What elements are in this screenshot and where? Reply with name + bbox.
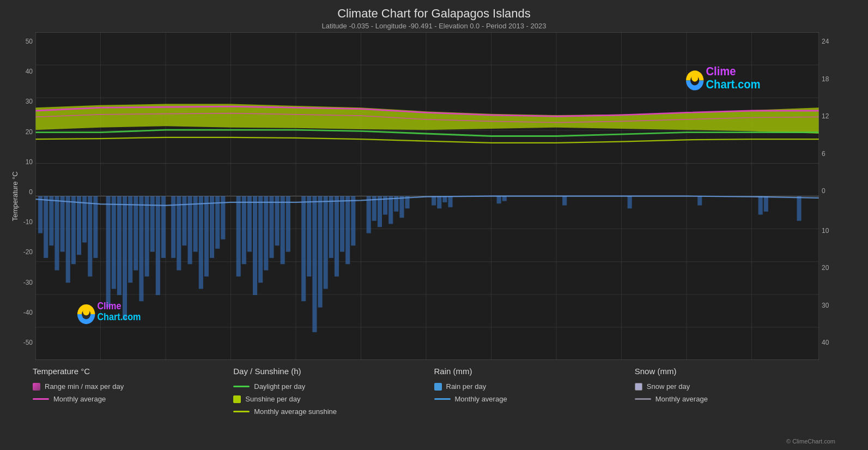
legend-col-sunshine: Day / Sunshine (h) Daylight per day Suns… [233, 367, 434, 445]
svg-rect-89 [502, 196, 507, 201]
svg-rect-92 [697, 196, 702, 206]
svg-rect-51 [199, 196, 203, 289]
svg-text:Clime: Clime [97, 300, 121, 311]
chart-subtitle: Latitude -0.035 - Longitude -90.491 - El… [0, 22, 868, 30]
svg-rect-39 [128, 196, 132, 283]
legend-label-snow-bar: Snow per day [647, 382, 690, 391]
legend-bar-sunshine [233, 395, 241, 403]
svg-rect-94 [764, 196, 768, 212]
legend-label-daylight: Daylight per day [254, 382, 305, 391]
legend-item-monthly-avg-sunshine: Monthly average sunshine [233, 407, 434, 416]
legend-line-monthly-avg-snow [635, 398, 651, 400]
y-tick-30: 30 [5, 98, 33, 105]
svg-rect-49 [187, 196, 192, 265]
svg-rect-82 [399, 196, 404, 218]
legend-title-temperature: Temperature °C [33, 367, 233, 376]
legend-title-rain: Rain (mm) [434, 367, 635, 376]
svg-rect-38 [123, 196, 127, 320]
svg-rect-95 [797, 196, 801, 221]
svg-rect-73 [340, 196, 344, 252]
legend-label-monthly-avg-rain: Monthly average [455, 395, 507, 403]
chart-header: Climate Chart for Galapagos Islands Lati… [0, 0, 868, 32]
legend-label-monthly-avg-snow: Monthly average [655, 395, 708, 403]
legend-item-sunshine-bar: Sunshine per day [233, 395, 434, 403]
svg-rect-75 [351, 196, 355, 246]
svg-rect-33 [88, 196, 92, 277]
svg-rect-27 [54, 196, 59, 271]
svg-rect-68 [312, 196, 317, 332]
y-tick-40: 40 [5, 68, 33, 75]
legend-line-monthly-avg-rain [434, 398, 451, 400]
svg-rect-41 [139, 196, 143, 302]
svg-rect-42 [145, 196, 149, 277]
svg-rect-85 [437, 196, 441, 209]
svg-rect-31 [77, 196, 81, 255]
y-tick-right-12: 12 [822, 112, 863, 120]
svg-rect-78 [378, 196, 382, 227]
chart-area: Temperature °C 50 40 30 20 10 0 -10 -20 … [5, 32, 863, 360]
main-plot: Jan Feb Mar Apr May Jun Jul Aug Sep Oct … [35, 32, 819, 360]
svg-rect-61 [264, 196, 268, 271]
legend-label-sunshine-bar: Sunshine per day [245, 395, 300, 403]
svg-rect-71 [329, 196, 333, 258]
svg-rect-76 [367, 196, 371, 233]
svg-text:Chart.com: Chart.com [706, 77, 760, 91]
y-tick-right-10: 10 [822, 227, 863, 235]
svg-rect-60 [258, 196, 263, 283]
y-tick-right-18: 18 [822, 75, 863, 83]
y-tick-neg20: -20 [5, 248, 33, 256]
svg-rect-72 [335, 196, 339, 277]
svg-rect-52 [204, 196, 209, 277]
svg-rect-40 [133, 196, 138, 271]
y-tick-right-20: 20 [822, 264, 863, 272]
y-axis-left-label: Temperature °C [11, 171, 19, 221]
legend-item-rain-bar: Rain per day [434, 382, 635, 391]
y-tick-right-40: 40 [822, 339, 863, 346]
svg-rect-35 [106, 196, 111, 308]
legend-item-range: Range min / max per day [33, 382, 233, 391]
svg-rect-90 [562, 196, 567, 206]
svg-rect-70 [324, 196, 328, 289]
svg-rect-64 [281, 196, 285, 265]
legend-line-monthly-avg-sunshine [233, 411, 250, 412]
y-axis-right: 24 18 12 6 0 10 20 30 40 Day / Sunshine … [819, 32, 863, 360]
svg-rect-67 [307, 196, 311, 277]
svg-rect-87 [448, 196, 452, 207]
legend-label-monthly-avg-sunshine: Monthly average sunshine [254, 407, 337, 416]
svg-rect-88 [497, 196, 501, 204]
legend-area: Temperature °C Range min / max per day M… [0, 360, 868, 450]
y-tick-right-24: 24 [822, 38, 863, 45]
watermark-bottom: © ClimeChart.com [635, 427, 835, 445]
legend-label-range: Range min / max per day [45, 382, 124, 391]
svg-rect-56 [236, 196, 241, 277]
y-axis-left: Temperature °C 50 40 30 20 10 0 -10 -20 … [5, 32, 35, 360]
chart-container: Climate Chart for Galapagos Islands Lati… [0, 0, 868, 450]
svg-rect-47 [177, 196, 181, 271]
legend-item-snow-bar: Snow per day [635, 382, 835, 391]
legend-item-monthly-avg-rain: Monthly average [434, 395, 635, 403]
svg-rect-69 [318, 196, 322, 308]
svg-rect-28 [60, 196, 65, 252]
svg-rect-57 [242, 196, 246, 265]
svg-rect-26 [49, 196, 53, 246]
legend-label-monthly-avg-temp: Monthly average [53, 395, 106, 403]
svg-rect-80 [389, 196, 393, 224]
y-tick-10: 10 [5, 158, 33, 166]
svg-rect-91 [628, 196, 632, 209]
svg-text:Clime: Clime [706, 64, 736, 78]
legend-bar-range [33, 383, 40, 391]
y-tick-neg30: -30 [5, 279, 33, 286]
legend-label-rain-bar: Rain per day [446, 382, 487, 391]
legend-title-sunshine: Day / Sunshine (h) [233, 367, 434, 376]
svg-rect-36 [112, 196, 116, 289]
y-tick-50: 50 [5, 38, 33, 45]
svg-rect-84 [432, 196, 436, 206]
legend-item-monthly-avg-snow: Monthly average [635, 395, 835, 403]
svg-rect-29 [66, 196, 70, 283]
legend-col-snow: Snow (mm) Snow per day Monthly average ©… [635, 367, 835, 445]
svg-rect-74 [345, 196, 350, 265]
chart-title: Climate Chart for Galapagos Islands [0, 7, 868, 21]
svg-rect-24 [38, 196, 43, 233]
legend-line-daylight [233, 386, 250, 387]
y-tick-neg50: -50 [5, 339, 33, 346]
